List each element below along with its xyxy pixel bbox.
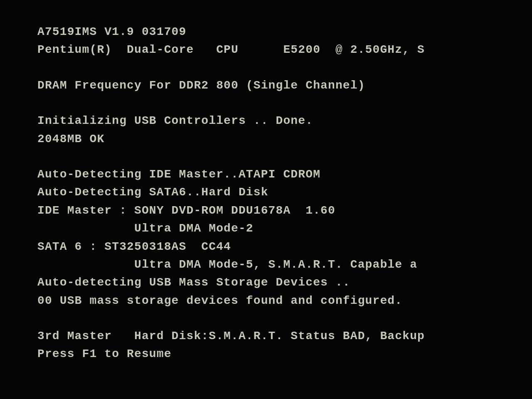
bios-line-cpu: Pentium(R) Dual-Core CPU E5200 @ 2.50GHz… xyxy=(37,41,499,59)
bios-line-version: A7519IMS V1.9 031709 xyxy=(37,23,499,41)
bios-line-usb-init: Initializing USB Controllers .. Done. xyxy=(37,112,499,130)
bios-line-press-f1: Press F1 to Resume xyxy=(37,345,499,363)
bios-line-usb-storage-count: 00 USB mass storage devices found and co… xyxy=(37,292,499,310)
bios-line-ide-master: IDE Master : SONY DVD-ROM DDU1678A 1.60 xyxy=(37,202,499,219)
bios-line-smart-bad: 3rd Master Hard Disk:S.M.A.R.T. Status B… xyxy=(37,327,499,345)
bios-screen: A7519IMS V1.9 031709 Pentium(R) Dual-Cor… xyxy=(0,0,532,399)
bios-line-udma5: Ultra DMA Mode-5, S.M.A.R.T. Capable a xyxy=(37,256,499,273)
bios-line-sata-detect: Auto-Detecting SATA6..Hard Disk xyxy=(37,183,499,201)
spacer-1 xyxy=(37,59,499,76)
bios-line-ide-detect: Auto-Detecting IDE Master..ATAPI CDROM xyxy=(37,165,499,183)
spacer-4 xyxy=(37,310,499,327)
bios-line-udma2: Ultra DMA Mode-2 xyxy=(37,219,499,237)
bios-line-usb-storage-detect: Auto-detecting USB Mass Storage Devices … xyxy=(37,273,499,291)
bios-line-sata6: SATA 6 : ST3250318AS CC44 xyxy=(37,238,499,256)
bios-line-dram: DRAM Frequency For DDR2 800 (Single Chan… xyxy=(37,76,499,94)
spacer-2 xyxy=(37,94,499,112)
spacer-3 xyxy=(37,148,499,165)
bios-line-ram: 2048MB OK xyxy=(37,130,499,148)
